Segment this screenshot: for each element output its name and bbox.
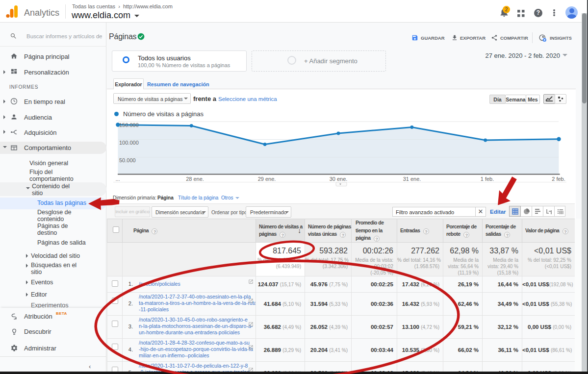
svg-text:1 feb.: 1 feb. [481,176,494,182]
svg-text:29 ene.: 29 ene. [258,176,276,182]
svg-text:31 ene.: 31 ene. [403,176,421,182]
svg-text:150.000: 150.000 [119,122,139,128]
svg-text:2 feb.: 2 feb. [552,176,565,182]
svg-text:100.000: 100.000 [119,140,139,146]
svg-text:28 ene.: 28 ene. [186,176,204,182]
svg-text:...: ... [115,176,120,182]
svg-text:30 ene.: 30 ene. [330,176,348,182]
svg-text:50.000: 50.000 [119,157,136,163]
